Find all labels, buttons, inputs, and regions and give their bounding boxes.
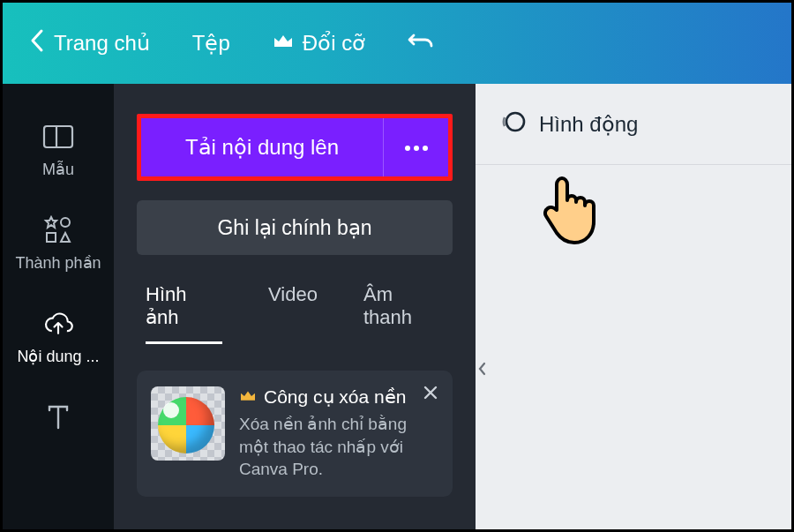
upload-cloud-icon <box>42 308 74 340</box>
promo-title-row: Công cụ xóa nền <box>239 386 408 408</box>
chevron-left-icon <box>29 28 45 58</box>
nav-back-home[interactable]: Trang chủ <box>29 28 150 58</box>
svg-point-4 <box>405 146 410 151</box>
upload-more-button[interactable] <box>383 118 448 176</box>
record-yourself-button[interactable]: Ghi lại chính bạn <box>137 200 453 255</box>
svg-point-2 <box>61 218 70 227</box>
promo-description: Xóa nền ảnh chỉ bằng một thao tác nhấp v… <box>239 413 408 481</box>
nav-resize[interactable]: Đổi cỡ <box>273 31 365 56</box>
nav-file[interactable]: Tệp <box>192 31 230 56</box>
sidebar-item-label: Mẫu <box>42 160 74 179</box>
sidebar-item-label: Nội dung ... <box>17 347 99 366</box>
record-button-label: Ghi lại chính bạn <box>217 216 371 240</box>
sidebar: Mẫu Thành phần Nội dung ... <box>3 84 114 529</box>
sidebar-item-templates[interactable]: Mẫu <box>3 121 114 179</box>
promo-close-button[interactable] <box>423 383 438 406</box>
text-icon <box>42 401 74 433</box>
upload-tabs: Hình ảnh Video Âm thanh <box>137 283 453 344</box>
nav-resize-label: Đổi cỡ <box>303 31 365 56</box>
tab-images[interactable]: Hình ảnh <box>146 283 222 344</box>
nav-file-label: Tệp <box>192 31 230 56</box>
undo-icon <box>408 30 434 56</box>
svg-point-6 <box>423 146 428 151</box>
tab-label: Video <box>268 283 318 305</box>
upload-button[interactable]: Tải nội dung lên <box>141 118 383 176</box>
dots-icon <box>402 139 431 155</box>
crown-icon <box>239 386 257 408</box>
crown-icon <box>273 31 294 56</box>
elements-icon <box>42 214 74 246</box>
promo-text: Công cụ xóa nền Xóa nền ảnh chỉ bằng một… <box>239 386 408 481</box>
tab-audio[interactable]: Âm thanh <box>363 283 444 344</box>
nav-undo[interactable] <box>408 30 434 56</box>
sidebar-item-elements[interactable]: Thành phần <box>3 214 114 273</box>
close-icon <box>423 383 438 405</box>
tab-label: Hình ảnh <box>146 283 186 328</box>
promo-title-label: Công cụ xóa nền <box>264 386 406 408</box>
animate-icon <box>500 109 527 140</box>
svg-rect-0 <box>44 126 72 147</box>
promo-thumbnail <box>151 386 225 461</box>
nav-home-label: Trang chủ <box>54 31 150 56</box>
sidebar-item-uploads[interactable]: Nội dung ... <box>3 308 114 366</box>
templates-icon <box>42 121 74 153</box>
svg-point-5 <box>414 146 419 151</box>
promo-card[interactable]: Công cụ xóa nền Xóa nền ảnh chỉ bằng một… <box>137 371 453 497</box>
topbar: Trang chủ Tệp Đổi cỡ <box>3 3 791 84</box>
sidebar-item-label: Thành phần <box>15 253 101 273</box>
canvas-pane: Hình động <box>476 84 791 529</box>
upload-button-group: Tải nội dung lên <box>137 114 453 181</box>
beachball-icon <box>158 397 214 453</box>
svg-point-7 <box>506 113 524 131</box>
main-area: Mẫu Thành phần Nội dung ... Tải nội dung… <box>3 84 791 529</box>
tab-video[interactable]: Video <box>268 283 318 344</box>
panel-collapse-handle[interactable] <box>477 360 488 382</box>
animate-button[interactable]: Hình động <box>539 112 638 137</box>
upload-panel: Tải nội dung lên Ghi lại chính bạn Hình … <box>114 84 476 529</box>
tab-label: Âm thanh <box>363 283 412 328</box>
cursor-hand-icon <box>537 170 601 248</box>
canvas-toolbar: Hình động <box>476 84 791 165</box>
svg-rect-3 <box>47 233 56 242</box>
upload-button-label: Tải nội dung lên <box>185 135 339 160</box>
sidebar-item-text[interactable] <box>3 401 114 433</box>
